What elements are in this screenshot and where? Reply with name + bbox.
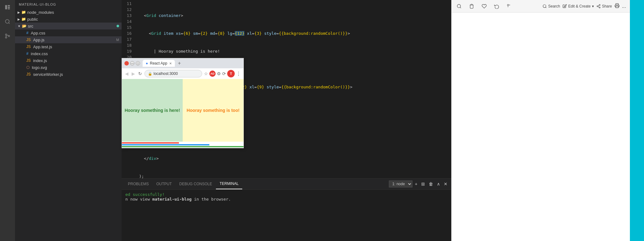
tree-service-worker[interactable]: JS serviceWorker.js <box>15 71 122 78</box>
tree-app-js[interactable]: JS App.js M <box>15 36 122 43</box>
svg-point-9 <box>457 4 461 8</box>
css-file-icon: # <box>26 31 29 35</box>
svg-rect-2 <box>8 7 10 8</box>
photo-edit-create-button[interactable]: Edit & Create ▾ <box>563 4 594 8</box>
tab-output[interactable]: OUTPUT <box>153 179 175 189</box>
browser-maximize-button[interactable]: □ <box>136 61 140 65</box>
svg-point-14 <box>597 6 598 7</box>
tree-app-test-js[interactable]: JS App.test.js <box>15 43 122 50</box>
terminal-selector[interactable]: 1: node <box>389 181 412 187</box>
adblock-badge: AD <box>209 71 216 77</box>
tab-debug-console[interactable]: DEBUG CONSOLE <box>175 179 216 189</box>
terminal-tabs: PROBLEMS OUTPUT DEBUG CONSOLE TERMINAL 1… <box>122 179 451 190</box>
browser-cell-2: Hooray something is too! <box>183 79 243 142</box>
browser-tab-close-icon[interactable]: ✕ <box>169 62 172 65</box>
progress-bar-red <box>122 142 179 144</box>
modified-dot <box>117 25 119 27</box>
svg-line-16 <box>598 6 599 7</box>
js-file-icon: JS <box>26 45 31 49</box>
svg-point-13 <box>599 4 600 5</box>
modified-badge: M <box>116 38 119 42</box>
lock-icon: 🔒 <box>148 72 152 76</box>
photo-crop-button[interactable] <box>505 3 513 10</box>
terminal-info-text: n now view material-ui-blog in the brows… <box>125 197 231 202</box>
file-name: serviceWorker.js <box>33 72 63 77</box>
browser-tab[interactable]: ● React App ✕ <box>143 60 175 67</box>
folder-name: src <box>28 24 33 29</box>
browser-minimize-button[interactable]: — <box>130 61 134 65</box>
terminal-add-button[interactable]: + <box>414 181 419 187</box>
photo-toolbar-left <box>455 3 513 10</box>
browser-extension-button2[interactable]: ⟳ <box>222 71 226 76</box>
folder-open-icon: 📂 <box>22 24 27 28</box>
svg-point-4 <box>5 19 9 23</box>
tree-node-modules[interactable]: ▶ 📁 node_modules <box>15 9 122 16</box>
svg-line-5 <box>8 23 9 24</box>
browser-close-button[interactable] <box>124 61 129 65</box>
svg-rect-18 <box>616 6 618 8</box>
browser-titlebar: — □ ● React App ✕ + <box>122 58 243 68</box>
tree-index-css[interactable]: # index.css <box>15 50 122 57</box>
photo-toolbar: Search Edit & Create ▾ Share ... <box>452 0 630 13</box>
terminal-trash-button[interactable]: 🗑 <box>427 181 434 187</box>
browser-new-tab-button[interactable]: + <box>176 60 183 66</box>
tree-index-js[interactable]: JS index.js <box>15 57 122 64</box>
photo-print-button[interactable] <box>615 3 620 9</box>
browser-more-button[interactable]: ⋮ <box>236 71 241 77</box>
folder-name: node_modules <box>27 10 54 15</box>
photo-share-button[interactable]: Share <box>596 4 612 8</box>
js-file-icon: JS <box>26 72 31 76</box>
progress-bars <box>122 142 243 148</box>
terminal-split-button[interactable]: ⊞ <box>420 181 426 187</box>
progress-bar-green <box>122 146 243 147</box>
file-explorer: MATERIAL-UI-BLOG ▶ 📁 node_modules ▶ 📁 pu… <box>15 0 122 241</box>
folder-icon: 📁 <box>21 10 26 14</box>
svg-line-12 <box>546 7 547 8</box>
more-dots-icon: ... <box>622 3 626 9</box>
photo-edit-label: Edit & Create <box>568 4 590 8</box>
vscode-editor-area: 1112131415 1617181920 21 23 <Grid contai… <box>122 0 451 241</box>
tab-output-label: OUTPUT <box>156 182 172 186</box>
browser-refresh-button[interactable]: ↻ <box>138 71 143 77</box>
tree-app-css[interactable]: # App.css <box>15 29 122 36</box>
tab-debug-label: DEBUG CONSOLE <box>179 182 212 186</box>
photo-more-button[interactable]: ... <box>622 3 626 9</box>
browser-url-bar[interactable]: 🔒 localhost:3000 <box>144 70 202 77</box>
activity-bar <box>0 0 15 241</box>
photo-search-button[interactable]: Search <box>542 4 560 8</box>
svg-rect-3 <box>8 8 10 9</box>
chevron-down-icon: ▼ <box>18 24 21 28</box>
tab-terminal-label: TERMINAL <box>220 181 239 186</box>
terminal-body: ed successfully! n now view material-ui-… <box>122 190 451 241</box>
vscode-main-container: 1112131415 1617181920 21 23 <Grid contai… <box>122 0 630 241</box>
tree-public[interactable]: ▶ 📁 public <box>15 16 122 23</box>
activity-explorer[interactable] <box>3 3 12 12</box>
activity-source-control[interactable] <box>3 31 12 41</box>
terminal-success-text: ed successfully! <box>125 192 165 197</box>
photo-favorite-button[interactable] <box>480 3 488 10</box>
chevron-right-icon: ▶ <box>18 11 20 14</box>
terminal-line-1: ed successfully! <box>125 192 448 197</box>
photo-rotate-button[interactable] <box>493 3 500 10</box>
terminal-chevron-up-button[interactable]: ∧ <box>436 181 441 187</box>
file-tree: ▶ 📁 node_modules ▶ 📁 public ▼ 📂 src # Ap… <box>15 9 122 241</box>
tab-problems[interactable]: PROBLEMS <box>124 179 153 189</box>
tab-terminal[interactable]: TERMINAL <box>216 179 243 189</box>
photo-trash-button[interactable] <box>468 3 475 10</box>
browser-back-button[interactable]: ◀ <box>124 71 129 77</box>
tree-src[interactable]: ▼ 📂 src <box>15 23 122 29</box>
photo-zoom-button[interactable] <box>455 3 463 10</box>
tree-logo-svg[interactable]: ⬡ logo.svg <box>15 64 122 71</box>
folder-name: public <box>27 17 38 22</box>
activity-search[interactable] <box>3 17 12 26</box>
browser-cell-2-text: Hooray something is too! <box>187 108 240 113</box>
browser-forward-button[interactable]: ▶ <box>131 71 136 77</box>
file-name: index.js <box>33 58 47 63</box>
terminal-close-button[interactable]: ✕ <box>442 181 449 187</box>
browser-extension-button1[interactable]: ⚙ <box>217 71 221 76</box>
browser-bookmark-button[interactable]: ☆ <box>204 71 208 76</box>
browser-avatar: T <box>227 70 235 77</box>
browser-content: Hooray something is here! Hooray somethi… <box>122 79 243 142</box>
cyan-sidebar <box>630 0 644 241</box>
folder-icon: 📁 <box>21 17 26 21</box>
